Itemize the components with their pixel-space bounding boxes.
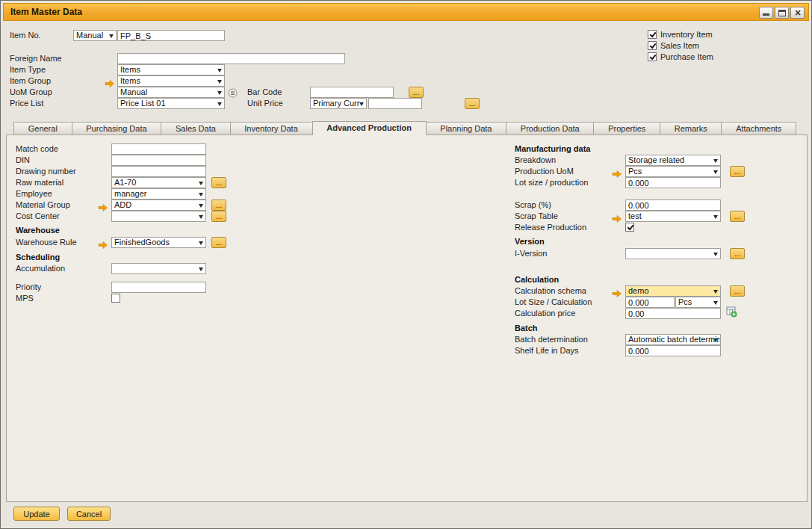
title-bar[interactable]: Item Master Data (3, 3, 809, 21)
uom-group-detail-icon[interactable] (228, 87, 238, 97)
item-group-link-arrow-icon[interactable] (105, 77, 114, 84)
din-input[interactable] (111, 155, 206, 166)
bar-code-browse-button[interactable]: ... (409, 87, 424, 98)
unit-price-browse-button[interactable]: ... (465, 98, 480, 109)
price-list-dropdown[interactable]: Price List 01 (117, 98, 225, 109)
item-no-label: Item No. (10, 30, 41, 41)
maximize-icon (778, 10, 786, 16)
calculation-schema-link-arrow-icon[interactable] (612, 287, 622, 294)
tab-production-data[interactable]: Production Data (506, 122, 594, 134)
item-group-dropdown[interactable]: Items (117, 75, 225, 87)
tab-planning-data[interactable]: Planning Data (426, 122, 507, 134)
cancel-button[interactable]: Cancel (67, 507, 111, 521)
release-production-label: Release Production (515, 222, 586, 233)
calculation-schema-browse-button[interactable]: ... (730, 285, 745, 297)
raw-material-browse-button[interactable]: ... (211, 177, 226, 188)
scrap-table-dropdown[interactable]: test (625, 211, 721, 222)
tab-attachments[interactable]: Attachments (721, 122, 796, 134)
i-version-label: I-Version (515, 248, 547, 259)
item-type-label: Item Type (10, 64, 46, 75)
purchase-item-label: Purchase Item (660, 52, 713, 62)
scheduling-section-header: Scheduling (16, 252, 60, 263)
uom-group-label: UoM Group (10, 87, 52, 98)
sales-item-checkbox[interactable] (648, 41, 657, 50)
warehouse-rule-dropdown[interactable]: FinishedGoods (111, 237, 206, 248)
production-uom-browse-button[interactable]: ... (730, 166, 745, 177)
close-button[interactable] (790, 7, 805, 19)
update-button[interactable]: Update (13, 507, 60, 521)
tab-advanced-production[interactable]: Advanced Production (312, 121, 427, 135)
batch-determination-dropdown[interactable]: Automatic batch determina (625, 334, 721, 345)
din-label: DIN (16, 155, 30, 166)
production-uom-dropdown[interactable]: Pcs (625, 166, 721, 177)
minimize-button[interactable] (759, 7, 773, 19)
lot-size-production-input[interactable] (625, 177, 721, 188)
match-code-input[interactable] (111, 143, 206, 155)
calculation-schema-label: Calculation schema (515, 285, 586, 297)
mps-checkbox[interactable] (111, 294, 120, 303)
release-production-checkbox[interactable] (625, 223, 634, 232)
unit-price-currency-dropdown[interactable]: Primary Curr (310, 98, 367, 109)
tab-strip: General Purchasing Data Sales Data Inven… (13, 121, 796, 134)
scrap-table-link-arrow-icon[interactable] (612, 212, 622, 220)
minimize-icon (763, 13, 769, 16)
priority-input[interactable] (111, 282, 206, 293)
inventory-item-checkbox[interactable] (648, 30, 657, 39)
production-uom-link-arrow-icon[interactable] (612, 167, 622, 175)
batch-determination-label: Batch determination (515, 334, 588, 345)
uom-group-dropdown[interactable]: Manual (117, 87, 225, 98)
tab-inventory-data[interactable]: Inventory Data (230, 122, 313, 134)
accumulation-label: Accumulation (16, 263, 65, 274)
warehouse-rule-browse-button[interactable]: ... (211, 237, 226, 248)
lot-size-calculation-input[interactable] (625, 297, 675, 308)
warehouse-rule-link-arrow-icon[interactable] (98, 238, 108, 246)
item-no-input[interactable] (117, 30, 225, 41)
material-group-browse-button[interactable]: ... (211, 199, 226, 211)
recalculate-price-icon[interactable] (726, 306, 737, 318)
calculation-section-header: Calculation (515, 274, 559, 285)
cost-center-dropdown[interactable] (111, 211, 206, 222)
i-version-browse-button[interactable]: ... (730, 248, 745, 259)
lot-size-calculation-uom-dropdown[interactable]: Pcs (675, 297, 721, 308)
bar-code-input[interactable] (310, 87, 394, 98)
shelf-life-label: Shelf Life in Days (515, 345, 579, 356)
production-uom-label: Production UoM (515, 166, 574, 177)
warehouse-rule-label: Warehouse Rule (16, 237, 77, 248)
accumulation-dropdown[interactable] (111, 263, 206, 274)
purchase-item-checkbox[interactable] (648, 52, 657, 61)
item-master-data-window: Item Master Data Item No. Manual Foreign… (0, 0, 812, 529)
shelf-life-input[interactable] (625, 345, 721, 356)
lot-size-calculation-label: Lot Size / Calculation (515, 297, 592, 308)
scrap-pct-input[interactable] (625, 199, 721, 211)
employee-dropdown[interactable]: manager (111, 188, 206, 199)
i-version-dropdown[interactable] (625, 248, 721, 259)
tab-remarks[interactable]: Remarks (660, 122, 722, 134)
inventory-item-label: Inventory Item (660, 30, 713, 40)
employee-label: Employee (16, 188, 52, 199)
bar-code-label: Bar Code (247, 87, 282, 98)
close-icon (791, 7, 804, 18)
drawing-number-input[interactable] (111, 166, 206, 177)
scrap-table-browse-button[interactable]: ... (730, 211, 745, 222)
item-no-mode-dropdown[interactable]: Manual (73, 30, 117, 41)
raw-material-dropdown[interactable]: A1-70 (111, 177, 206, 188)
calculation-price-label: Calculation price (515, 308, 575, 319)
tab-purchasing-data[interactable]: Purchasing Data (72, 122, 162, 134)
material-group-link-arrow-icon[interactable] (98, 201, 108, 208)
item-type-dropdown[interactable]: Items (117, 64, 225, 75)
tab-general[interactable]: General (13, 122, 72, 134)
calculation-schema-dropdown[interactable]: demo (625, 285, 721, 297)
match-code-label: Match code (16, 143, 58, 155)
tab-properties[interactable]: Properties (593, 122, 660, 134)
unit-price-input[interactable] (368, 98, 422, 109)
price-list-label: Price List (10, 98, 43, 109)
foreign-name-input[interactable] (117, 53, 345, 64)
maximize-button[interactable] (775, 7, 789, 19)
calculation-price-input[interactable] (625, 308, 721, 319)
manufacturing-data-section-header: Manufacturing data (515, 143, 590, 155)
tab-sales-data[interactable]: Sales Data (161, 122, 230, 134)
material-group-dropdown[interactable]: ADD (111, 199, 206, 211)
cost-center-browse-button[interactable]: ... (211, 211, 226, 222)
breakdown-dropdown[interactable]: Storage related (625, 155, 721, 166)
item-group-label: Item Group (10, 75, 51, 87)
